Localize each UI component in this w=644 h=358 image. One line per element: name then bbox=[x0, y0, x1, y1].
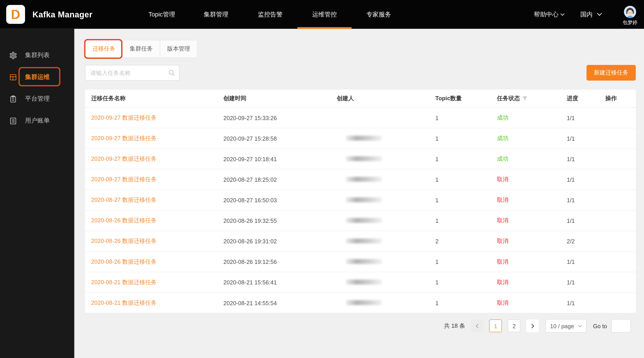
search-icon[interactable] bbox=[168, 70, 175, 76]
tab-cluster-tasks[interactable]: 集群任务 bbox=[122, 40, 160, 58]
created-time: 2020-08-27 16:50:03 bbox=[217, 197, 331, 203]
table-row: 2020-08-21 数据迁移任务 2020-08-21 15:56:41 1 … bbox=[85, 272, 636, 293]
col-creator: 创建人 bbox=[330, 95, 429, 102]
help-center-label: 帮助中心 bbox=[534, 11, 558, 18]
search-input[interactable] bbox=[85, 65, 180, 81]
create-migration-task-button[interactable]: 新建迁移任务 bbox=[586, 65, 636, 81]
progress-text: 1/1 bbox=[560, 135, 599, 142]
user-menu[interactable]: 包梦婷 bbox=[622, 6, 638, 27]
nav-cluster-manage[interactable]: 集群管理 bbox=[189, 0, 243, 29]
status-text: 取消 bbox=[491, 299, 561, 306]
toolbar: 新建迁移任务 bbox=[85, 65, 636, 81]
tab-migration-tasks[interactable]: 迁移任务 bbox=[85, 40, 123, 58]
progress-text: 1/1 bbox=[560, 258, 599, 265]
tasks-table: 迁移任务名称 创建时间 创建人 Topic数量 任务状态 进度 操作 2020-… bbox=[85, 90, 636, 313]
user-name: 包梦婷 bbox=[622, 20, 638, 27]
region-label: 国内 bbox=[580, 11, 593, 18]
col-actions: 操作 bbox=[599, 95, 636, 102]
task-name-link[interactable]: 2020-09-27 数据迁移任务 bbox=[91, 155, 157, 162]
goto-page-input[interactable] bbox=[611, 319, 631, 332]
nav-topic-manage[interactable]: Topic管理 bbox=[134, 0, 189, 29]
sidebar: 集群列表 集群运维 平台管理 bbox=[0, 29, 74, 358]
app-title: Kafka Manager bbox=[32, 10, 92, 19]
sidebar-item-cluster-ops[interactable]: 集群运维 bbox=[0, 66, 74, 88]
next-page-button[interactable] bbox=[526, 319, 539, 332]
status-text: 成功 bbox=[491, 155, 561, 163]
sidebar-item-user-billing[interactable]: 用户账单 bbox=[0, 110, 74, 132]
col-created-time: 创建时间 bbox=[217, 95, 331, 102]
region-selector[interactable]: 国内 bbox=[580, 11, 602, 18]
table-row: 2020-08-27 数据迁移任务 2020-08-27 16:50:03 1 … bbox=[85, 190, 636, 211]
table-row: 2020-09-27 数据迁移任务 2020-09-27 15:28:58 1 … bbox=[85, 128, 636, 149]
creator-cell bbox=[330, 217, 429, 224]
table-row: 2020-08-21 数据迁移任务 2020-08-21 14:55:54 1 … bbox=[85, 293, 636, 313]
status-text: 成功 bbox=[491, 135, 561, 142]
search-box bbox=[85, 65, 180, 81]
header-right: 帮助中心 国内 bbox=[534, 0, 638, 29]
creator-blurred-text bbox=[346, 197, 382, 202]
progress-text: 2/2 bbox=[560, 238, 599, 244]
table-row: 2020-08-27 数据迁移任务 2020-08-27 18:25:02 1 … bbox=[85, 169, 636, 190]
table-row: 2020-08-26 数据迁移任务 2020-08-26 19:31:02 2 … bbox=[85, 231, 636, 252]
table-row: 2020-09-27 数据迁移任务 2020-09-27 10:18:41 1 … bbox=[85, 149, 636, 169]
total-count-text: 共 18 条 bbox=[444, 322, 465, 329]
creator-cell bbox=[330, 176, 429, 183]
task-name-link[interactable]: 2020-09-27 数据迁移任务 bbox=[91, 114, 157, 121]
col-progress: 进度 bbox=[560, 95, 599, 102]
nav-ops-control[interactable]: 运维管控 bbox=[298, 0, 352, 29]
nav-monitor-alert[interactable]: 监控告警 bbox=[243, 0, 297, 29]
page-button-2[interactable]: 2 bbox=[508, 319, 520, 332]
sidebar-item-platform-manage[interactable]: 平台管理 bbox=[0, 88, 74, 110]
sidebar-item-cluster-list[interactable]: 集群列表 bbox=[0, 45, 74, 66]
status-text: 取消 bbox=[491, 278, 561, 286]
col-task-status-label: 任务状态 bbox=[497, 95, 520, 102]
prev-page-button[interactable] bbox=[471, 319, 484, 332]
created-time: 2020-09-27 15:33:26 bbox=[217, 114, 331, 121]
creator-blurred-text bbox=[346, 238, 382, 243]
svg-text:D: D bbox=[11, 8, 20, 22]
task-name-link[interactable]: 2020-08-26 数据迁移任务 bbox=[91, 237, 157, 244]
user-billing-icon bbox=[9, 117, 17, 125]
progress-text: 1/1 bbox=[560, 156, 599, 162]
chevron-down-icon bbox=[597, 13, 602, 16]
tab-bar: 迁移任务 集群任务 版本管理 bbox=[85, 40, 197, 58]
tab-version-manage[interactable]: 版本管理 bbox=[160, 40, 198, 58]
task-name-link[interactable]: 2020-08-21 数据迁移任务 bbox=[91, 299, 157, 306]
task-name-link[interactable]: 2020-08-27 数据迁移任务 bbox=[91, 176, 157, 182]
creator-cell bbox=[330, 156, 429, 162]
cluster-list-icon bbox=[9, 51, 17, 59]
task-name-link[interactable]: 2020-08-21 数据迁移任务 bbox=[91, 278, 157, 285]
task-name-link[interactable]: 2020-08-26 数据迁移任务 bbox=[91, 217, 157, 223]
creator-blurred-text bbox=[346, 279, 382, 284]
help-center-menu[interactable]: 帮助中心 bbox=[534, 11, 565, 18]
creator-blurred-text bbox=[346, 156, 382, 161]
table-row: 2020-09-27 数据迁移任务 2020-09-27 15:33:26 1 … bbox=[85, 108, 636, 128]
created-time: 2020-08-26 19:32:55 bbox=[217, 217, 331, 224]
col-task-name: 迁移任务名称 bbox=[85, 95, 217, 102]
table-row: 2020-08-26 数据迁移任务 2020-08-26 19:12:56 1 … bbox=[85, 252, 636, 272]
avatar-image bbox=[624, 6, 636, 18]
progress-text: 1/1 bbox=[560, 114, 599, 121]
created-time: 2020-08-27 18:25:02 bbox=[217, 176, 331, 183]
nav-expert-service[interactable]: 专家服务 bbox=[352, 0, 406, 29]
top-nav: Topic管理 集群管理 监控告警 运维管控 专家服务 bbox=[134, 0, 406, 29]
kafka-manager-app: D Kafka Manager Topic管理 集群管理 监控告警 运维管控 专… bbox=[0, 0, 644, 358]
page-button-1[interactable]: 1 bbox=[489, 319, 502, 332]
creator-cell bbox=[330, 135, 429, 142]
progress-text: 1/1 bbox=[560, 299, 599, 306]
page-size-select[interactable]: 10 / page bbox=[546, 319, 586, 332]
creator-cell bbox=[330, 279, 429, 285]
page-size-label: 10 / page bbox=[550, 322, 574, 329]
platform-manage-icon bbox=[9, 95, 17, 103]
created-time: 2020-08-26 19:12:56 bbox=[217, 258, 331, 265]
progress-text: 1/1 bbox=[560, 279, 599, 285]
topic-count: 1 bbox=[429, 114, 491, 121]
task-name-link[interactable]: 2020-09-27 数据迁移任务 bbox=[91, 135, 157, 141]
task-name-link[interactable]: 2020-08-27 数据迁移任务 bbox=[91, 196, 157, 203]
cluster-ops-icon bbox=[9, 73, 17, 81]
progress-text: 1/1 bbox=[560, 217, 599, 224]
task-name-link[interactable]: 2020-08-26 数据迁移任务 bbox=[91, 258, 157, 264]
topic-count: 1 bbox=[429, 156, 491, 162]
filter-icon[interactable] bbox=[522, 96, 528, 101]
created-time: 2020-09-27 10:18:41 bbox=[217, 156, 331, 162]
